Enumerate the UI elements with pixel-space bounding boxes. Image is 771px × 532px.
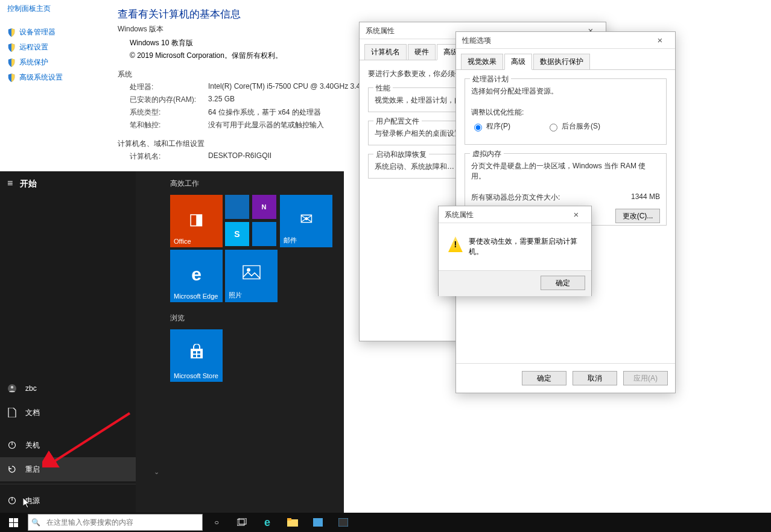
user-icon [7, 384, 17, 393]
svg-rect-18 [313, 518, 323, 527]
start-button[interactable] [0, 513, 27, 532]
start-menu: ≡ 开始 zbc 文档 关机 重启 电源 ⌄ 高效工作 [0, 171, 344, 513]
user-account-item[interactable]: zbc [0, 376, 136, 401]
scheduler-text: 选择如何分配处理器资源。 [471, 86, 660, 97]
ok-button[interactable]: 确定 [541, 276, 585, 290]
onenote-icon: N [262, 203, 267, 211]
svg-point-7 [247, 268, 250, 271]
svg-rect-10 [197, 351, 200, 353]
start-header[interactable]: ≡ 开始 [0, 171, 136, 195]
computer-name-label: 计算机名: [130, 151, 208, 162]
shield-icon [7, 28, 16, 37]
tab-dep[interactable]: 数据执行保护 [533, 54, 590, 69]
user-group-title: 用户配置文件 [373, 116, 422, 127]
warning-icon: ! [448, 236, 463, 252]
page-title: 查看有关计算机的基本信息 [118, 7, 241, 21]
svg-rect-6 [243, 265, 260, 279]
tile-onenote[interactable]: N [252, 195, 276, 219]
start-menu-rail: ≡ 开始 zbc 文档 关机 重启 电源 [0, 171, 136, 513]
apply-button[interactable]: 应用(A) [623, 371, 668, 385]
start-tiles-area: 高效工作 ◨ Office N S ✉ 邮件 e Microsoft Edge [163, 171, 344, 513]
svg-point-1 [11, 386, 13, 388]
perf-group-title: 性能 [373, 83, 393, 93]
chevron-down-icon[interactable]: ⌄ [154, 468, 159, 476]
store-icon [189, 344, 205, 364]
photos-icon [243, 265, 261, 283]
windows-logo-icon [9, 518, 18, 527]
vm-total-label: 所有驱动器总分页文件大小: [471, 192, 560, 203]
dialog-title: 系统属性 [366, 22, 395, 39]
sidebar-link-label: 系统保护 [19, 57, 48, 68]
search-icon: 🔍 [28, 518, 43, 527]
svg-rect-19 [338, 518, 348, 527]
sidebar-link-remote[interactable]: 远程设置 [7, 42, 104, 52]
start-title: 开始 [20, 171, 37, 195]
close-icon[interactable]: × [651, 32, 669, 49]
tab-hardware[interactable]: 硬件 [408, 44, 436, 60]
shutdown-item[interactable]: 关机 [0, 433, 136, 457]
perf-tabs: 视觉效果 高级 数据执行保护 [456, 49, 675, 70]
ok-button[interactable]: 确定 [522, 371, 566, 385]
svg-rect-12 [197, 355, 200, 357]
startup-group-title: 启动和故障恢复 [373, 150, 429, 160]
taskbar-search[interactable]: 🔍 [28, 514, 203, 531]
vm-text: 分页文件是硬盘上的一块区域，Windows 当作 RAM 使用。 [471, 161, 660, 182]
search-input[interactable] [43, 518, 202, 527]
cortana-icon[interactable]: ○ [204, 513, 229, 532]
restart-confirm-dialog: 系统属性 × ! 要使改动生效，需要重新启动计算机。 确定 [438, 206, 592, 296]
taskbar-app-1[interactable] [305, 513, 331, 532]
scheduler-group-title: 处理器计划 [470, 74, 511, 84]
tile-edge[interactable]: e Microsoft Edge [170, 250, 223, 302]
tile-group-browse: 浏览 [170, 313, 337, 323]
svg-rect-9 [193, 351, 196, 353]
close-icon[interactable]: × [567, 206, 585, 223]
dialog-titlebar[interactable]: 性能选项 × [456, 32, 675, 49]
restart-item[interactable]: 重启 [0, 457, 136, 481]
shield-icon [7, 43, 16, 52]
sidebar-link-device-manager[interactable]: 设备管理器 [7, 27, 104, 37]
cancel-button[interactable]: 取消 [573, 371, 617, 385]
svg-rect-11 [193, 355, 196, 357]
tile-group-productivity: 高效工作 [170, 179, 337, 189]
radio-background-services[interactable]: 后台服务(S) [547, 121, 600, 131]
sidebar-link-advanced[interactable]: 高级系统设置 [7, 72, 104, 83]
documents-item[interactable]: 文档 [0, 401, 136, 425]
svg-rect-8 [191, 349, 203, 358]
control-panel-home-link[interactable]: 控制面板主页 [7, 4, 104, 14]
tile-small-1[interactable] [225, 195, 249, 219]
taskbar: 🔍 ○ e [0, 513, 771, 532]
hamburger-icon[interactable]: ≡ [7, 171, 13, 195]
systype-label: 系统类型: [130, 107, 208, 118]
edge-icon: e [191, 264, 201, 284]
taskbar-explorer[interactable] [280, 513, 305, 532]
pen-label: 笔和触控: [130, 120, 208, 130]
tab-computer-name[interactable]: 计算机名 [364, 44, 407, 60]
taskbar-app-2[interactable] [331, 513, 356, 532]
tile-mail[interactable]: ✉ 邮件 [280, 195, 332, 247]
sidebar-link-label: 高级系统设置 [19, 72, 63, 83]
change-button[interactable]: 更改(C)... [615, 209, 660, 223]
sidebar-link-protection[interactable]: 系统保护 [7, 57, 104, 68]
dialog-titlebar[interactable]: 系统属性 × [439, 206, 591, 223]
skype-icon: S [234, 229, 240, 239]
tile-skype[interactable]: S [225, 222, 249, 246]
shield-icon [7, 59, 16, 67]
user-name: zbc [25, 384, 37, 393]
ram-label: 已安装的内存(RAM): [130, 95, 208, 105]
sidebar-link-label: 设备管理器 [19, 27, 56, 37]
vm-group-title: 虚拟内存 [470, 149, 504, 159]
tab-advanced[interactable]: 高级 [504, 54, 532, 70]
tile-office[interactable]: ◨ Office [170, 195, 223, 247]
office-icon: ◨ [189, 210, 204, 229]
tab-visual-effects[interactable]: 视觉效果 [461, 54, 503, 69]
taskbar-edge[interactable]: e [255, 513, 280, 532]
sidebar-link-label: 远程设置 [19, 42, 48, 52]
vm-total-value: 1344 MB [631, 192, 660, 203]
radio-programs[interactable]: 程序(P) [471, 121, 510, 131]
power-item[interactable]: 电源 [0, 489, 136, 513]
tile-small-4[interactable] [252, 222, 276, 246]
dialog-title: 性能选项 [462, 32, 491, 49]
tile-store[interactable]: Microsoft Store [170, 329, 223, 382]
task-view-icon[interactable] [229, 513, 255, 532]
tile-photos[interactable]: 照片 [225, 250, 278, 302]
